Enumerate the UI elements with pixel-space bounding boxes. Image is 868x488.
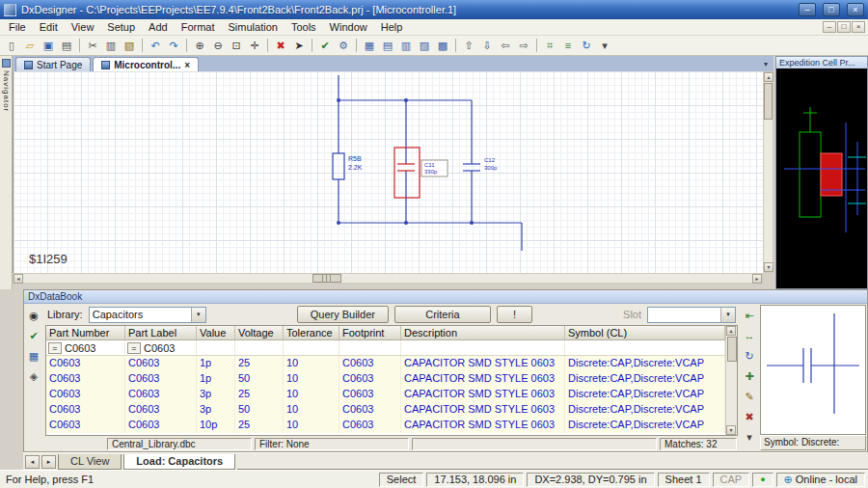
table-cell[interactable]: C0603 — [46, 418, 125, 433]
navigator-tab[interactable]: Navigator — [0, 56, 13, 289]
filter-cell[interactable]: =C0603 — [125, 340, 197, 355]
table-row[interactable]: C0603C06031p2510C0603CAPACITOR SMD STYLE… — [46, 356, 725, 371]
search-symbols-icon[interactable]: ◈ — [26, 369, 41, 383]
copy-icon[interactable]: ▥ — [102, 38, 120, 54]
grid-icon[interactable]: ▦ — [361, 38, 378, 54]
menu-item-add[interactable]: Add — [142, 20, 175, 34]
sheet-indicator[interactable]: Sheet 1 — [658, 473, 710, 487]
paste-icon[interactable]: ▧ — [121, 38, 138, 54]
symbol-options-icon[interactable]: ▾ — [742, 430, 757, 444]
schematic-horizontal-scrollbar[interactable]: ◂ ▸ — [13, 273, 763, 284]
net-label[interactable]: $1I259 — [29, 252, 68, 266]
table-cell[interactable]: 10 — [284, 356, 339, 371]
chevron-down-icon[interactable]: ▾ — [191, 308, 205, 322]
zoom-in-icon[interactable]: ⊕ — [191, 38, 208, 54]
close-button[interactable]: × — [847, 3, 864, 16]
open-icon[interactable]: ▱ — [21, 38, 39, 54]
table-cell[interactable]: 10 — [284, 371, 339, 387]
menu-item-setup[interactable]: Setup — [100, 20, 142, 34]
save-icon[interactable]: ▣ — [40, 38, 57, 54]
filter-cell[interactable] — [235, 340, 284, 355]
menu-item-file[interactable]: File — [2, 20, 33, 34]
select-icon[interactable]: ➤ — [290, 38, 308, 54]
schematic-vertical-scrollbar[interactable]: ▴ ▾ — [763, 71, 773, 273]
restore-button[interactable]: □ — [823, 3, 840, 16]
menu-item-simulation[interactable]: Simulation — [222, 20, 285, 34]
tab-close-icon[interactable]: × — [184, 60, 190, 70]
table-cell[interactable]: 25 — [235, 418, 284, 433]
menu-item-tools[interactable]: Tools — [285, 20, 323, 34]
scroll-down-icon[interactable]: ▾ — [764, 262, 773, 272]
filter-cell[interactable] — [339, 340, 401, 355]
filter-cell[interactable] — [284, 340, 339, 355]
column-header-value[interactable]: Value — [197, 326, 235, 339]
filter-cell[interactable] — [565, 340, 725, 355]
table-cell[interactable]: CAPACITOR SMD STYLE 0603 — [401, 418, 565, 433]
refresh-icon[interactable]: ↻ — [578, 38, 595, 54]
new-document-icon[interactable]: ▯ — [3, 38, 20, 54]
forward-icon[interactable]: ⇨ — [515, 38, 532, 54]
add-row-icon[interactable]: ▤ — [379, 38, 396, 54]
mdi-close-button[interactable]: × — [852, 21, 865, 33]
scroll-up-icon[interactable]: ▴ — [726, 326, 736, 336]
schematic-canvas[interactable]: R5B 2.2K C11 330p C12 300p $1I259 — [13, 71, 763, 273]
packager-icon[interactable]: ⚙ — [335, 38, 352, 54]
cell-preview[interactable] — [776, 68, 867, 288]
table-cell[interactable]: Discrete:CAP,Discrete:VCAP — [565, 402, 725, 418]
table-vertical-scrollbar[interactable]: ▴ ▾ — [725, 326, 737, 435]
rotate-symbol-icon[interactable]: ↻ — [742, 349, 757, 363]
table-scroll-thumb[interactable] — [727, 337, 737, 362]
column-header-voltage[interactable]: Voltage — [235, 326, 284, 339]
column-header-footprint[interactable]: Footprint — [339, 326, 401, 339]
filter-cell[interactable] — [401, 340, 565, 355]
undo-icon[interactable]: ↶ — [147, 38, 164, 54]
library-dropdown[interactable]: Capacitors ▾ — [89, 307, 206, 323]
minimize-button[interactable]: – — [799, 3, 816, 16]
filter-operator-dropdown[interactable]: = — [127, 342, 141, 354]
place-symbol-icon[interactable]: ⇤ — [742, 309, 757, 322]
table-cell[interactable]: C0603 — [46, 387, 125, 402]
table-cell[interactable]: C0603 — [125, 387, 197, 402]
column-header-description[interactable]: Description — [401, 326, 565, 339]
menu-item-edit[interactable]: Edit — [33, 20, 65, 34]
table-cell[interactable]: 50 — [235, 402, 284, 418]
scroll-down-icon[interactable]: ▾ — [726, 425, 736, 435]
table-cell[interactable]: 10p — [197, 418, 235, 433]
criteria-button[interactable]: Criteria — [394, 306, 491, 323]
table-cell[interactable]: 25 — [235, 356, 284, 371]
table-cell[interactable]: CAPACITOR SMD STYLE 0603 — [401, 402, 565, 418]
slot-dropdown[interactable]: ▾ — [647, 307, 736, 323]
tab-start-page[interactable]: Start Page — [15, 57, 91, 71]
table-cell[interactable]: CAPACITOR SMD STYLE 0603 — [401, 356, 565, 371]
mdi-minimize-button[interactable]: – — [823, 21, 836, 33]
horizontal-scroll-thumb[interactable] — [312, 274, 341, 283]
table-cell[interactable]: C0603 — [46, 371, 125, 387]
merge-cells-icon[interactable]: ▨ — [416, 38, 433, 54]
table-row[interactable]: C0603C06031p5010C0603CAPACITOR SMD STYLE… — [46, 371, 725, 387]
symbol-preview[interactable] — [760, 305, 866, 435]
verify-icon[interactable]: ✔ — [316, 38, 334, 54]
menu-item-format[interactable]: Format — [175, 20, 222, 34]
table-cell[interactable]: C0603 — [125, 402, 197, 418]
tab-cl-view[interactable]: CL View — [58, 454, 122, 470]
table-cell[interactable]: 10 — [284, 418, 339, 433]
table-cell[interactable]: CAPACITOR SMD STYLE 0603 — [401, 371, 565, 387]
table-cell[interactable]: 25 — [235, 387, 284, 402]
table-cell[interactable]: 50 — [235, 371, 284, 387]
menu-item-help[interactable]: Help — [374, 20, 410, 34]
delete-icon[interactable]: ✖ — [272, 38, 289, 54]
zoom-out-icon[interactable]: ⊖ — [209, 38, 227, 54]
scroll-right-icon[interactable]: ▸ — [752, 274, 762, 284]
query-builder-button[interactable]: Query Builder — [297, 306, 389, 323]
table-cell[interactable]: 1p — [197, 371, 235, 387]
table-cell[interactable]: C0603 — [125, 371, 197, 387]
tab-load-capacitors[interactable]: Load: Capacitors — [123, 454, 235, 470]
back-icon[interactable]: ⇦ — [497, 38, 514, 54]
tab-scroll-left-icon[interactable]: ◂ — [25, 455, 40, 469]
tab-microcontroller[interactable]: Microcontrol... × — [93, 57, 199, 71]
toolbar-options-icon[interactable]: ▾ — [596, 38, 613, 54]
menu-item-window[interactable]: Window — [323, 20, 374, 34]
scroll-left-icon[interactable]: ◂ — [14, 274, 23, 284]
table-cell[interactable]: C0603 — [125, 418, 197, 433]
zoom-fit-icon[interactable]: ⊡ — [228, 38, 245, 54]
